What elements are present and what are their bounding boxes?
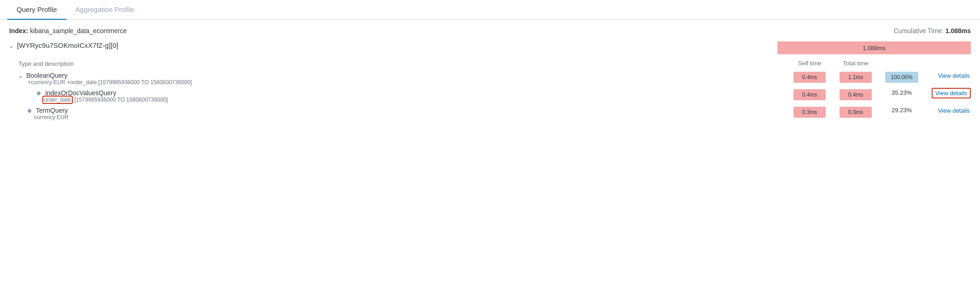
term-bullet-icon [28,109,31,113]
boolean-query-name: BooleanQuery [26,72,68,79]
boolean-self-badge: 0.4ms [793,72,826,83]
tree-row-indexordoc: IndexOrDocValuesQuery order_date:[157999… [9,88,971,104]
boolean-view-details-link[interactable]: View details [938,72,971,79]
tree-type-desc-header: Type and description [9,60,74,67]
cumulative-time: Cumulative Time: 1.088ms [894,27,971,34]
tree-row-boolean: ⌄ BooleanQuery +currency:EUR +order_date… [9,70,971,87]
boolean-total-badge: 1.1ms [840,72,872,83]
indexordoc-view-details-link[interactable]: View details [932,88,971,98]
cumulative-value: 1.088ms [945,27,971,34]
indexordoc-total-badge: 0.4ms [840,89,872,100]
term-pct-text: 29.23% [883,107,920,114]
index-label: Index: [9,27,28,34]
shard-bar-area: 1.088ms [639,41,971,54]
cumulative-label: Cumulative Time: [894,27,944,34]
tree-columns-header: Self time Total time [791,60,971,67]
total-time-header: Total time [837,60,874,67]
tree-row-term: TermQuery currency:EUR 0.3ms 0.3ms 29.23… [9,105,971,122]
self-time-header: Self time [791,60,828,67]
tree-header-row: Type and description Self time Total tim… [9,58,971,69]
term-query-name: TermQuery [36,107,68,114]
indexordoc-self-badge: 0.4ms [793,89,826,100]
shard-row: ⌄ [WYRyc9u7SOKmoICxX7fZ-g][0] 1.088ms [9,40,971,56]
indexordoc-highlight-text: order_date [42,96,73,104]
tab-query-profile[interactable]: Query Profile [7,0,66,20]
boolean-chevron-icon[interactable]: ⌄ [18,73,23,79]
shard-id: [WYRyc9u7SOKmoICxX7fZ-g][0] [17,41,118,49]
indexordoc-pct-text: 35.23% [883,89,920,96]
tab-aggregation-profile[interactable]: Aggregation Profile [66,0,144,20]
shard-time-bar: 1.088ms [777,41,971,54]
indexordoc-bullet-icon [37,92,41,95]
term-total-badge: 0.3ms [840,107,872,118]
term-view-details-link[interactable]: View details [938,107,971,114]
index-name: kibana_sample_data_ecommerce [30,27,127,34]
term-query-desc: currency:EUR [9,114,791,121]
term-self-badge: 0.3ms [793,107,826,118]
index-line: Index: kibana_sample_data_ecommerce Cumu… [9,27,971,34]
index-info: Index: kibana_sample_data_ecommerce [9,27,127,34]
shard-chevron-icon[interactable]: ⌄ [9,43,13,49]
main-content: Index: kibana_sample_data_ecommerce Cumu… [0,20,980,130]
boolean-query-desc: +currency:EUR +order_date:[1579995936000… [9,79,791,86]
indexordoc-query-desc: order_date:[1579995936000 TO 15806007360… [9,97,791,103]
boolean-pct-badge: 100.00% [885,72,918,83]
tabs-container: Query Profile Aggregation Profile [0,0,980,20]
